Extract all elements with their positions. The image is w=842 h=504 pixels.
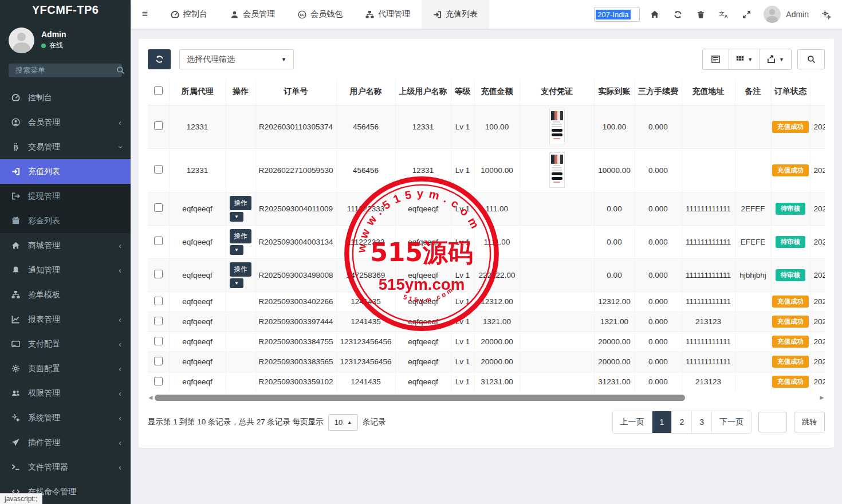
columns-button[interactable]: ▼ xyxy=(729,49,760,69)
per-page-select[interactable]: 10 ▲ xyxy=(328,414,358,431)
scrollbar-track[interactable] xyxy=(155,395,818,401)
row-checkbox[interactable] xyxy=(154,270,163,278)
row-action-caret-button[interactable]: ▼ xyxy=(230,245,243,255)
scroll-right-arrow-icon[interactable]: ▶ xyxy=(819,395,825,400)
cell-date-clipped: 202 xyxy=(810,258,825,292)
row-checkbox[interactable] xyxy=(154,377,163,385)
sidebar-item-通知管理[interactable]: 通知管理‹ xyxy=(0,258,131,282)
cell-remark xyxy=(735,148,771,192)
row-checkbox[interactable] xyxy=(154,317,163,325)
cell-status: 充值成功 xyxy=(771,312,810,332)
row-checkbox[interactable] xyxy=(154,165,163,174)
refresh-icon xyxy=(674,10,682,19)
caret-up-icon: ▲ xyxy=(347,420,352,425)
sidebar-item-提现管理[interactable]: 提现管理 xyxy=(0,184,131,208)
tab-会员管理[interactable]: 会员管理 xyxy=(219,0,286,29)
page-button-3[interactable]: 3 xyxy=(692,411,712,433)
page-button-2[interactable]: 2 xyxy=(672,411,692,433)
refresh-icon[interactable] xyxy=(666,10,689,19)
settings-cogs-icon[interactable] xyxy=(815,10,837,19)
table-search-button[interactable] xyxy=(797,49,825,69)
sidebar-item-label: 商城管理 xyxy=(28,241,119,251)
sidebar-item-报表管理[interactable]: 报表管理‹ xyxy=(0,307,131,332)
row-checkbox[interactable] xyxy=(154,297,163,305)
fullscreen-icon[interactable] xyxy=(735,10,758,19)
cell-level: Lv 1 xyxy=(451,292,474,312)
row-checkbox[interactable] xyxy=(154,357,163,365)
cell-actions: 操作▼ xyxy=(226,192,255,225)
cell-payment-proof xyxy=(520,352,594,372)
sidebar-item-抢单模板[interactable]: 抢单模板 xyxy=(0,282,131,307)
export-button[interactable]: ▼ xyxy=(760,49,791,69)
navbar-user-menu[interactable]: Admin xyxy=(758,6,815,23)
sidebar-search-input[interactable] xyxy=(15,66,116,74)
cell-date-clipped: 202 xyxy=(810,105,825,148)
page-button-1[interactable]: 1 xyxy=(652,411,672,433)
translate-icon[interactable]: 文A xyxy=(712,10,735,19)
sidebar-item-会员管理[interactable]: 会员管理‹ xyxy=(0,110,131,135)
row-checkbox[interactable] xyxy=(154,337,163,345)
cell-date-clipped: 202 xyxy=(810,225,825,258)
sidebar-item-控制台[interactable]: 控制台 xyxy=(0,85,131,110)
page-button-下一页[interactable]: 下一页 xyxy=(712,411,751,433)
sidebar-item-商城管理[interactable]: 商城管理‹ xyxy=(0,233,131,258)
column-header: 上级用户名称 xyxy=(395,79,451,105)
cell-level: Lv 1 xyxy=(451,258,474,292)
sidebar-item-权限管理[interactable]: 权限管理‹ xyxy=(0,381,131,405)
scroll-left-arrow-icon[interactable]: ◀ xyxy=(148,395,154,400)
select-all-checkbox[interactable] xyxy=(154,86,163,95)
row-action-caret-button[interactable]: ▼ xyxy=(230,278,243,288)
payment-proof-thumbnail[interactable] xyxy=(549,152,565,188)
sidebar-item-插件管理[interactable]: 插件管理‹ xyxy=(0,430,131,455)
app-logo: YFCMF-TP6 xyxy=(0,0,131,20)
row-checkbox[interactable] xyxy=(154,237,163,245)
chevron-left-icon: ‹ xyxy=(119,439,121,447)
cell-date-clipped: 202 xyxy=(810,148,825,192)
sidebar-item-支付配置[interactable]: 支付配置‹ xyxy=(0,332,131,356)
page-button-上一页[interactable]: 上一页 xyxy=(613,411,652,433)
tab-充值列表[interactable]: 充值列表 xyxy=(422,0,489,29)
refresh-table-button[interactable] xyxy=(148,49,171,69)
svg-text:cc: cc xyxy=(300,12,305,16)
payment-proof-thumbnail[interactable] xyxy=(549,109,565,144)
sidebar-item-充值列表[interactable]: 充值列表 xyxy=(0,159,131,184)
row-action-button[interactable]: 操作 xyxy=(230,229,251,243)
tab-会员钱包[interactable]: cc会员钱包 xyxy=(286,0,354,29)
sidebar-item-页面配置[interactable]: 页面配置‹ xyxy=(0,356,131,381)
row-checkbox[interactable] xyxy=(154,203,163,212)
recharge-table: 所属代理操作订单号用户名称上级用户名称等级充值金额支付凭证实际到账三方手续费充值… xyxy=(148,79,825,392)
plane-icon xyxy=(11,438,20,447)
tab-控制台[interactable]: 控制台 xyxy=(159,0,219,29)
cell-agent: eqfqeeqf xyxy=(169,258,226,292)
table-row: 12331R202603011030537445645612331Lv 1100… xyxy=(148,105,825,148)
sidebar-item-交易管理[interactable]: B交易管理‹ xyxy=(0,135,131,159)
trash-icon[interactable] xyxy=(689,10,712,19)
agent-filter-select[interactable]: 选择代理筛选 ▼ xyxy=(179,49,294,69)
scrollbar-thumb[interactable] xyxy=(155,395,685,401)
table-row: eqfqeeqfR20250930033591021241435eqfqeeqf… xyxy=(148,372,825,392)
user-icon xyxy=(230,10,239,19)
row-action-caret-button[interactable]: ▼ xyxy=(230,212,243,222)
cell-user: 111222332 xyxy=(336,225,395,258)
sidebar-item-系统管理[interactable]: 系统管理‹ xyxy=(0,405,131,430)
row-checkbox[interactable] xyxy=(154,121,163,130)
cell-amount: 100.00 xyxy=(474,105,520,148)
home-icon[interactable] xyxy=(643,10,666,19)
cell-remark xyxy=(735,372,771,392)
navbar-search-input[interactable]: 207-India xyxy=(594,7,640,22)
page-jump-button[interactable]: 跳转 xyxy=(794,412,825,432)
detail-view-button[interactable] xyxy=(703,49,729,69)
pagination: 上一页123下一页 xyxy=(612,411,751,434)
sidebar-item-文件管理器[interactable]: 文件管理器‹ xyxy=(0,455,131,479)
tab-代理管理[interactable]: 代理管理 xyxy=(354,0,422,29)
cell-user: 1241435 xyxy=(336,372,395,392)
user-circle-icon xyxy=(11,118,20,127)
row-action-button[interactable]: 操作 xyxy=(230,196,251,210)
page-jump-input[interactable] xyxy=(758,412,787,432)
cell-agent: eqfqeeqf xyxy=(169,312,226,332)
sidebar-toggle-icon[interactable]: ≡ xyxy=(131,0,159,29)
cell-user: 1241435 xyxy=(336,292,395,312)
sidebar-item-彩金列表[interactable]: 彩金列表 xyxy=(0,208,131,233)
row-action-button[interactable]: 操作 xyxy=(230,262,251,277)
sidebar-item-label: 报表管理 xyxy=(28,314,119,325)
